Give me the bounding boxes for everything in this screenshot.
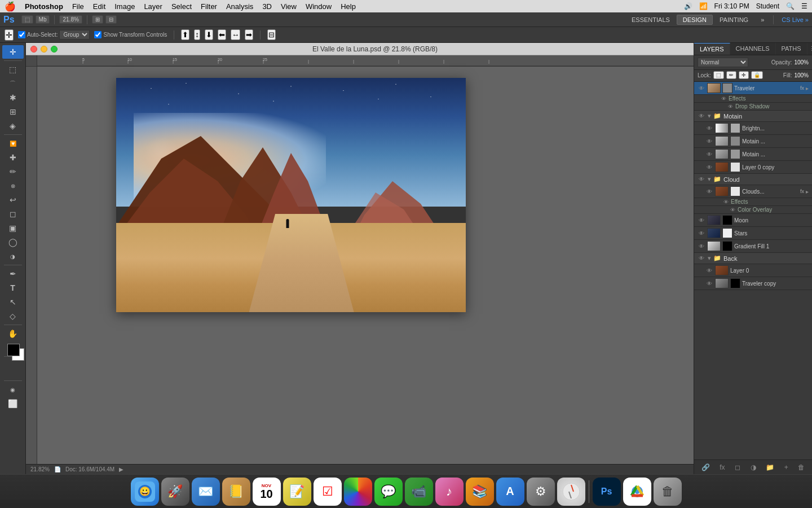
dock-messages[interactable]: 💬: [374, 478, 403, 506]
eyedropper-tool[interactable]: 🔽: [2, 137, 24, 150]
expand-cloud-icon[interactable]: ▾: [708, 176, 711, 183]
menu-window[interactable]: Window: [306, 2, 332, 11]
lock-all-btn[interactable]: 🔒: [751, 71, 763, 79]
move-tool[interactable]: ✛: [2, 45, 24, 59]
layer-mask-btn[interactable]: ◻: [732, 462, 743, 472]
main-canvas[interactable]: [116, 78, 466, 312]
menu-edit[interactable]: Edit: [93, 2, 105, 11]
zoom-level-btn[interactable]: 21.8%: [59, 15, 82, 24]
layer-group-btn[interactable]: 📁: [764, 462, 776, 472]
show-transform-checkbox[interactable]: [94, 31, 102, 38]
tab-channels[interactable]: CHANNELS: [730, 43, 776, 55]
layer-adj-btn[interactable]: ◑: [748, 462, 758, 472]
align-bottom-btn[interactable]: ⬇: [205, 29, 213, 40]
layer-traveler-copy[interactable]: 👁 Traveler copy: [694, 277, 812, 290]
layer-layer0[interactable]: 👁 Layer 0: [694, 264, 812, 277]
zoom-display[interactable]: 21.82%: [30, 466, 50, 472]
dock-itunes[interactable]: ♪: [435, 478, 464, 506]
lock-transparent-btn[interactable]: ⬚: [713, 71, 724, 79]
tab-paths[interactable]: PATHS: [776, 43, 807, 55]
quick-mask-btn[interactable]: ◉: [2, 383, 24, 396]
list-icon[interactable]: ☰: [801, 2, 807, 10]
view-mode-btn[interactable]: ⊞: [92, 15, 103, 24]
layer-delete-btn[interactable]: 🗑: [796, 462, 807, 472]
visibility-brightness[interactable]: 👁: [705, 125, 713, 132]
panel-menu-btn[interactable]: ☰: [807, 43, 812, 55]
foreground-color[interactable]: [7, 344, 20, 356]
path-select-tool[interactable]: ↖: [2, 295, 24, 309]
window-maximize-btn[interactable]: [51, 46, 58, 52]
layer-new-btn[interactable]: +: [782, 462, 791, 472]
dock-chrome[interactable]: [623, 478, 651, 506]
blend-mode-select[interactable]: Normal: [698, 58, 748, 67]
arrange-btn[interactable]: ⊟: [105, 15, 117, 24]
visibility-travelercopy[interactable]: 👁: [705, 281, 713, 287]
fx-badge-clouds[interactable]: fx: [800, 189, 804, 194]
gradient-tool[interactable]: ▣: [2, 221, 24, 235]
dock-finder[interactable]: 😀: [131, 478, 159, 506]
visibility-cloud[interactable]: 👁: [698, 176, 705, 182]
align-hcenter-btn[interactable]: ↔: [231, 29, 240, 40]
layer-options-clouds[interactable]: ▸: [806, 189, 809, 195]
layer-group-back[interactable]: 👁 ▾ 📁 Back: [694, 253, 812, 264]
eraser-tool[interactable]: ◻: [2, 207, 24, 221]
layer-stars[interactable]: 👁 Stars: [694, 227, 812, 240]
slice-tool[interactable]: ◈: [2, 119, 24, 133]
auto-select-checkbox[interactable]: [18, 31, 25, 38]
fx-badge-traveler[interactable]: fx: [800, 85, 804, 91]
crop-tool[interactable]: ⊞: [2, 105, 24, 119]
distribute-btn[interactable]: ⊟: [267, 29, 276, 40]
layer-clouds[interactable]: 👁 Clouds... fx ▸: [694, 185, 812, 198]
layer-layer0copy[interactable]: 👁 Layer 0 copy: [694, 161, 812, 174]
scroll-right-btn[interactable]: ▶: [119, 466, 123, 472]
visibility-moon[interactable]: 👁: [698, 217, 705, 224]
menu-filter[interactable]: Filter: [201, 2, 217, 11]
hand-tool[interactable]: ✋: [2, 327, 24, 340]
menu-view[interactable]: View: [281, 2, 297, 11]
move-tool-icon[interactable]: ✛: [5, 29, 14, 41]
auto-select-dropdown[interactable]: Group: [59, 30, 90, 40]
visibility-motain[interactable]: 👁: [698, 113, 705, 119]
layer-brightness[interactable]: 👁 Brightn...: [694, 122, 812, 135]
layer-motain1[interactable]: 👁 Motain ...: [694, 135, 812, 148]
shape-tool[interactable]: ◇: [2, 309, 24, 323]
align-left-btn[interactable]: ⬅: [218, 29, 226, 40]
lock-image-btn[interactable]: ✏: [726, 71, 736, 79]
dock-launchpad[interactable]: 🚀: [161, 478, 189, 506]
dock-contacts[interactable]: 📒: [222, 478, 250, 506]
visibility-back[interactable]: 👁: [698, 255, 705, 261]
dock-photos[interactable]: [344, 478, 372, 506]
dodge-tool[interactable]: ◑: [2, 249, 24, 263]
blur-tool[interactable]: ◯: [2, 235, 24, 249]
visibility-gradient[interactable]: 👁: [698, 243, 705, 249]
clone-tool[interactable]: ⊗: [2, 179, 24, 192]
align-top-btn[interactable]: ⬆: [181, 29, 189, 40]
expand-motain-icon[interactable]: ▾: [708, 112, 711, 120]
dock-calendar[interactable]: NOV 10: [253, 478, 281, 506]
menu-3d[interactable]: 3D: [262, 2, 272, 11]
lock-position-btn[interactable]: ✛: [739, 71, 749, 79]
expand-back-icon[interactable]: ▾: [708, 255, 711, 262]
layer-fx-btn[interactable]: fx: [717, 462, 727, 472]
dock-facetime[interactable]: 📹: [405, 478, 433, 506]
layer-group-cloud[interactable]: 👁 ▾ 📁 Cloud: [694, 174, 812, 185]
dock-appstore[interactable]: A: [496, 478, 524, 506]
visibility-layer0[interactable]: 👁: [705, 268, 713, 274]
visibility-traveler[interactable]: 👁: [698, 85, 705, 91]
dock-mail[interactable]: ✉️: [192, 478, 220, 506]
visibility-motain1[interactable]: 👁: [705, 138, 713, 144]
layer-options-traveler[interactable]: ▸: [806, 85, 809, 91]
document-canvas-container[interactable]: | | | | | | | | | | 5 10 15 20 2: [26, 55, 694, 464]
search-icon[interactable]: 🔍: [786, 2, 795, 10]
history-brush-tool[interactable]: ↩: [2, 193, 24, 207]
dock-syspref[interactable]: ⚙: [527, 478, 555, 506]
pen-tool[interactable]: ✒: [2, 267, 24, 281]
menu-select[interactable]: Select: [171, 2, 192, 11]
brush-tool[interactable]: ✏: [2, 165, 24, 178]
menu-photoshop[interactable]: Photoshop: [25, 2, 63, 11]
window-minimize-btn[interactable]: [41, 46, 47, 52]
menu-help[interactable]: Help: [341, 2, 356, 11]
layer-moon[interactable]: 👁 Moon: [694, 214, 812, 227]
layer-gradient-fill[interactable]: 👁 Gradient Fill 1: [694, 240, 812, 253]
menu-file[interactable]: File: [72, 2, 84, 11]
